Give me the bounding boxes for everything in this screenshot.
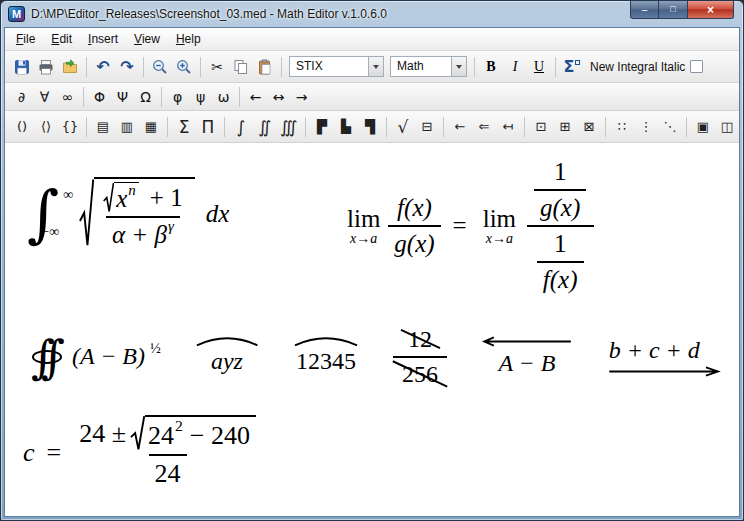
toolbar-separator [83, 87, 84, 107]
title-bar[interactable]: M D:\MP\Editor_Releases\Screenshot_03.me… [4, 1, 740, 27]
boxed-formula-template-button[interactable]: ▣ [691, 114, 715, 139]
menu-help[interactable]: Help [168, 28, 209, 50]
matrix-template-3-button[interactable]: ▦ [139, 114, 163, 139]
symbol-partial-button[interactable]: ∂ [10, 86, 33, 108]
formula-integral[interactable]: ∫ ∞ −∞ [27, 177, 229, 251]
cancelled-denominator: 256 [399, 360, 441, 389]
symbol-forall-button[interactable]: ∀ [33, 86, 56, 108]
symbol-omega-lower-button[interactable]: ω [212, 86, 235, 108]
sqrt-template-button[interactable]: √ [391, 114, 415, 139]
save-button[interactable] [10, 55, 34, 79]
minimize-button[interactable]: – [630, 1, 659, 19]
radicand-tail: − 240 [190, 420, 250, 451]
mapsto-arrow-template-button[interactable]: ↤ [496, 114, 520, 139]
zoom-in-button[interactable] [172, 55, 196, 79]
undo-button[interactable]: ↶ [91, 55, 115, 79]
left-arrow-icon [481, 336, 573, 347]
double-integral-template-button[interactable]: ∬ [253, 114, 277, 139]
exponent: n [128, 181, 136, 199]
italic-button[interactable]: I [503, 55, 527, 79]
matrix-template-1-button[interactable]: ▤ [91, 114, 115, 139]
formula-limits[interactable]: lim x→a f(x) g(x) = lim x→a [343, 157, 596, 295]
toolbar-separator [386, 117, 387, 137]
integral-template-button[interactable]: ∫ [229, 114, 253, 139]
maximize-button[interactable]: □ [659, 1, 688, 19]
overleftarrow-expression[interactable]: A − B [481, 336, 573, 378]
font-select[interactable]: STIX [289, 56, 384, 77]
toolbar-separator [524, 117, 525, 137]
symbol-infinity-button[interactable]: ∞ [56, 86, 79, 108]
overparen-ayz[interactable]: ayz [195, 337, 259, 376]
style-select[interactable]: Math [390, 56, 467, 77]
template-toolbar: () ⟨⟩ {} ▤ ▥ ▦ Σ Π ∫ ∬ ∭ ▛ ▙ ▜ √ ⊟ ← ⇐ ↤ [5, 111, 739, 143]
menu-bar: File Edit Insert View Help [5, 28, 739, 51]
matrix-dots-template-button[interactable]: ∷ [610, 114, 634, 139]
printer-icon [38, 59, 54, 75]
sum-template-button[interactable]: Σ [172, 114, 196, 139]
cut-button[interactable]: ✂ [205, 55, 229, 79]
braces-template-button[interactable]: {} [58, 114, 82, 139]
surface-integral-expression[interactable]: ∫ ∫ (A − B) ½ [31, 334, 161, 380]
formula-quadratic[interactable]: c = 24 ± 242− 240 24 [23, 415, 262, 489]
boxed-dot-template-button[interactable]: ⊡ [529, 114, 553, 139]
sigma-icon: Σ [564, 57, 575, 76]
new-integral-italic-checkbox[interactable] [690, 60, 703, 73]
symbol-psi-lower-button[interactable]: ψ [189, 86, 212, 108]
triple-integral-template-button[interactable]: ∭ [277, 114, 301, 139]
fraction: xn + 1 α + βγ [97, 182, 188, 250]
vdots-template-button[interactable]: ⋮ [634, 114, 658, 139]
parentheses-template-button[interactable]: () [10, 114, 34, 139]
box-half-template-button[interactable]: ◧ [739, 114, 744, 139]
symbol-left-right-arrow-button[interactable]: ↔ [267, 86, 290, 108]
open-button[interactable] [58, 55, 82, 79]
new-integral-italic-label: New Integral Italic [590, 60, 685, 74]
symbol-psi-upper-button[interactable]: Ψ [111, 86, 134, 108]
menu-file[interactable]: File [8, 28, 43, 50]
underrightarrow-expression[interactable]: b + c + d [607, 336, 702, 377]
double-arrow-template-button[interactable]: ⇐ [472, 114, 496, 139]
close-button[interactable]: × [688, 1, 734, 19]
cancelled-fraction[interactable]: 12 256 [393, 325, 447, 389]
symbol-phi-lower-button[interactable]: φ [166, 86, 189, 108]
overparen-12345[interactable]: 12345 [293, 337, 359, 376]
numerator-lead: 24 ± [79, 418, 126, 449]
symbol-omega-upper-button[interactable]: Ω [134, 86, 157, 108]
superscript-template-button[interactable]: ▛ [310, 114, 334, 139]
compound-fraction: 1 g(x) 1 f(x) [524, 157, 596, 295]
window-controls: – □ × [630, 1, 734, 19]
zoom-out-button[interactable] [148, 55, 172, 79]
fraction-template-button[interactable]: ⊟ [415, 114, 439, 139]
subsup-template-button[interactable]: ▜ [358, 114, 382, 139]
menu-insert[interactable]: Insert [80, 28, 126, 50]
bold-button[interactable]: B [479, 55, 503, 79]
boxed-plus-template-button[interactable]: ⊞ [553, 114, 577, 139]
strike-cancel-template-button[interactable]: ⊠ [577, 114, 601, 139]
angle-brackets-template-button[interactable]: ⟨⟩ [34, 114, 58, 139]
denominator-base: α + β [112, 220, 167, 250]
toolbar-separator [161, 87, 162, 107]
redo-button[interactable]: ↷ [115, 55, 139, 79]
symbol-phi-upper-button[interactable]: Φ [88, 86, 111, 108]
copy-button[interactable] [229, 55, 253, 79]
print-button[interactable] [34, 55, 58, 79]
product-template-button[interactable]: Π [196, 114, 220, 139]
matrix-template-2-button[interactable]: ▥ [115, 114, 139, 139]
menu-view[interactable]: View [126, 28, 168, 50]
editor-canvas[interactable]: ∫ ∞ −∞ [5, 143, 739, 516]
toolbar-separator [167, 117, 168, 137]
overleftarrow-template-button[interactable]: ← [448, 114, 472, 139]
ddots-template-button[interactable]: ⋱ [658, 114, 682, 139]
subscript-template-button[interactable]: ▙ [334, 114, 358, 139]
box-vertical-split-template-button[interactable]: ◫ [715, 114, 739, 139]
big-operator-button[interactable]: Σ [560, 55, 584, 79]
contour-loop-icon [32, 350, 62, 364]
symbol-right-arrow-button[interactable]: → [290, 86, 313, 108]
font-select-dropdown-button[interactable] [368, 57, 383, 76]
underline-button[interactable]: U [527, 55, 551, 79]
menu-edit[interactable]: Edit [43, 28, 80, 50]
paste-button[interactable] [253, 55, 277, 79]
style-select-dropdown-button[interactable] [451, 57, 466, 76]
integral-operator: ∫ ∞ −∞ [27, 187, 73, 242]
symbol-left-arrow-button[interactable]: ← [244, 86, 267, 108]
limit-operator: lim x→a [483, 206, 516, 247]
